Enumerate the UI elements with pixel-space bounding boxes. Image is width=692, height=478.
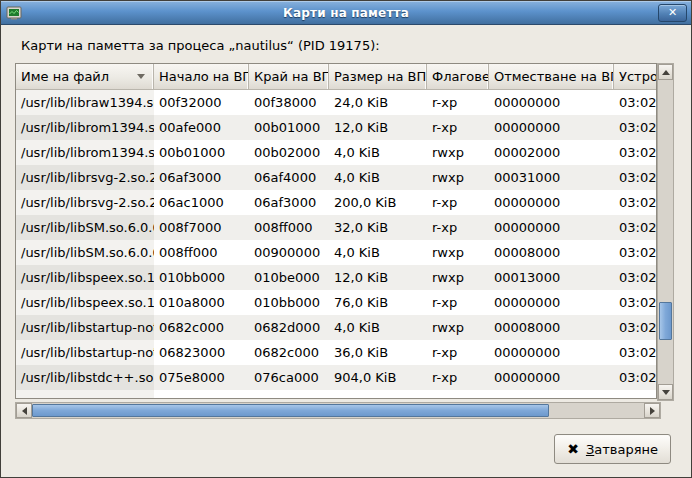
arrow-up-icon: [662, 70, 670, 75]
arrow-down-icon: [662, 390, 670, 395]
table-cell: /usr/lib/libspeex.so.1: [16, 265, 154, 290]
table-cell: 03:02: [614, 290, 656, 315]
window-title: Карти на паметта: [1, 6, 691, 20]
table-cell: 904,0 KiB: [329, 365, 427, 390]
table-cell: 03:02: [614, 240, 656, 265]
table-cell: 00f32000: [154, 90, 249, 115]
table-row[interactable]: /usr/lib/librsvg-2.so.206ac100006af30002…: [16, 190, 656, 215]
table-cell: 00000000: [489, 340, 614, 365]
close-x-icon: ✖: [567, 442, 579, 456]
table-row[interactable]: /usr/lib/libspeex.so.1010bb000010be00012…: [16, 265, 656, 290]
table-cell: 4,0 KiB: [329, 240, 427, 265]
horizontal-scrollbar[interactable]: [15, 402, 661, 419]
table-header-row: Име на файлНачало на ВПКрай на ВПРазмер …: [16, 64, 656, 90]
table-cell: /usr/lib/librom1394.so: [16, 140, 154, 165]
scroll-up-button[interactable]: [658, 64, 673, 80]
table-cell: 010bb000: [249, 290, 329, 315]
table-cell: 00002000: [489, 140, 614, 165]
window-close-button[interactable]: ✕: [658, 4, 687, 22]
table-row[interactable]: /usr/lib/librsvg-2.so.206af300006af40004…: [16, 165, 656, 190]
table-cell: r-xp: [427, 365, 489, 390]
table-cell: 03:02: [614, 315, 656, 340]
table-cell: r-xp: [427, 115, 489, 140]
table-cell: rwxp: [427, 240, 489, 265]
table-cell: /usr/lib/libSM.so.6.0.0: [16, 215, 154, 240]
table-cell: 00008000: [489, 240, 614, 265]
table-cell: 00013000: [489, 265, 614, 290]
table-cell: 03:02: [614, 115, 656, 140]
column-header[interactable]: Размер на ВП: [329, 64, 427, 89]
table-cell: 010a8000: [154, 290, 249, 315]
table-cell: 075e8000: [154, 365, 249, 390]
column-header[interactable]: Име на файл: [16, 64, 154, 89]
table-row[interactable]: /usr/lib/libSM.so.6.0.0008ff000009000004…: [16, 240, 656, 265]
table-row[interactable]: /usr/lib/libstartup-not0682c0000682d0004…: [16, 315, 656, 340]
table-row[interactable]: /usr/lib/libraw1394.so00f3200000f3800024…: [16, 90, 656, 115]
table-cell: /usr/lib/libraw1394.so: [16, 90, 154, 115]
table-cell: 03:02: [614, 165, 656, 190]
table-cell: 008ff000: [154, 240, 249, 265]
table-cell: 03:02: [614, 365, 656, 390]
column-header-label: Флагове: [432, 69, 489, 84]
column-header-label: Име на файл: [21, 69, 109, 84]
table-cell: 12,0 KiB: [329, 265, 427, 290]
table-cell: /usr/lib/librom1394.so: [16, 115, 154, 140]
table-cell: 06ac1000: [154, 190, 249, 215]
table-cell: /usr/lib/libstartup-not: [16, 340, 154, 365]
close-button[interactable]: ✖ Затваряне: [554, 434, 671, 464]
table-cell: /usr/lib/librsvg-2.so.2: [16, 190, 154, 215]
table-cell: 0682c000: [154, 315, 249, 340]
table-cell: r-xp: [427, 340, 489, 365]
vertical-scrollbar-thumb[interactable]: [659, 302, 672, 340]
table-row[interactable]: /usr/lib/libSM.so.6.0.0008f7000008ff0003…: [16, 215, 656, 240]
table-cell: 03:02: [614, 340, 656, 365]
column-header[interactable]: Начало на ВП: [154, 64, 249, 89]
table-cell: 03:02: [614, 215, 656, 240]
close-x-icon: ✕: [668, 6, 677, 19]
process-maps-subtitle: Карти на паметта за процеса „nautilus“ (…: [21, 38, 380, 53]
sort-descending-icon: [137, 74, 145, 79]
table-row[interactable]: /usr/lib/libstartup-not068230000682c0003…: [16, 340, 656, 365]
table-cell: /usr/lib/librsvg-2.so.2: [16, 165, 154, 190]
table-cell: 008ff000: [249, 215, 329, 240]
column-header[interactable]: Устройство: [614, 64, 656, 89]
table-row[interactable]: /usr/lib/libspeex.so.1010a8000010bb00076…: [16, 290, 656, 315]
table-cell: 36,0 KiB: [329, 340, 427, 365]
table-cell: 4,0 KiB: [329, 140, 427, 165]
table-cell: 00000000: [489, 190, 614, 215]
table-cell: 00b01000: [154, 140, 249, 165]
table-cell: 24,0 KiB: [329, 90, 427, 115]
column-header[interactable]: Край на ВП: [249, 64, 329, 89]
scroll-right-button[interactable]: [644, 403, 660, 418]
table-row[interactable]: /usr/lib/libstdc++.so.075e8000076ca00090…: [16, 365, 656, 390]
table-cell: rwxp: [427, 265, 489, 290]
table-cell: 03:02: [614, 90, 656, 115]
table-cell: r-xp: [427, 290, 489, 315]
table-cell: rwxp: [427, 165, 489, 190]
horizontal-scrollbar-thumb[interactable]: [32, 404, 549, 417]
table-cell: 200,0 KiB: [329, 190, 427, 215]
table-cell: r-xp: [427, 90, 489, 115]
table-body: /usr/lib/libraw1394.so00f3200000f3800024…: [16, 90, 656, 399]
table-cell: r-xp: [427, 190, 489, 215]
table-cell: 06823000: [154, 340, 249, 365]
table-cell: 010bb000: [154, 265, 249, 290]
table-cell: 12,0 KiB: [329, 115, 427, 140]
table-cell: 06af4000: [249, 165, 329, 190]
table-row[interactable]: /usr/lib/librom1394.so00afe00000b0100012…: [16, 115, 656, 140]
column-header[interactable]: Флагове: [427, 64, 489, 89]
vertical-scrollbar[interactable]: [657, 63, 674, 401]
scroll-left-button[interactable]: [16, 403, 32, 418]
titlebar[interactable]: Карти на паметта ✕: [1, 1, 691, 25]
table-cell: 00031000: [489, 165, 614, 190]
scroll-down-button[interactable]: [658, 384, 673, 400]
column-header-label: Край на ВП: [254, 69, 329, 84]
column-header-label: Начало на ВП: [159, 69, 249, 84]
column-header[interactable]: Отместване на ВП: [489, 64, 614, 89]
table-cell: 03:02: [614, 140, 656, 165]
column-header-label: Отместване на ВП: [494, 69, 614, 84]
table-row[interactable]: /usr/lib/librom1394.so00b0100000b020004,…: [16, 140, 656, 165]
table-cell: 4,0 KiB: [329, 315, 427, 340]
table-cell: /usr/lib/libstartup-not: [16, 315, 154, 340]
memory-maps-dialog: Карти на паметта ✕ Карти на паметта за п…: [0, 0, 692, 478]
